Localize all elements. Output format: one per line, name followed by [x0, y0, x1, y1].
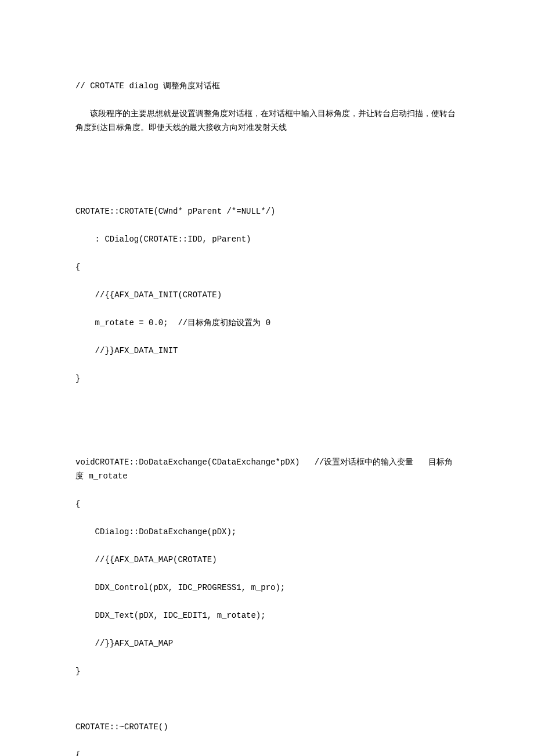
code-line: { — [75, 748, 459, 756]
code-line: DDX_Control(pDX, IDC_PROGRESS1, m_pro); — [75, 581, 459, 595]
code-line: CROTATE::~CROTATE() — [75, 720, 459, 734]
code-line: { — [75, 260, 459, 274]
code-line: //}}AFX_DATA_MAP — [75, 636, 459, 650]
code-line: CDialog::DoDataExchange(pDX); — [75, 525, 459, 539]
code-line: //{{AFX_DATA_MAP(CROTATE) — [75, 553, 459, 567]
code-line — [75, 692, 459, 706]
code-line — [75, 427, 459, 441]
code-line: DDX_Text(pDX, IDC_EDIT1, m_rotate); — [75, 609, 459, 622]
code-line: } — [75, 664, 459, 678]
code-line: 该段程序的主要思想就是设置调整角度对话框，在对话框中输入目标角度，并让转台启动扫… — [75, 107, 459, 135]
code-line: // CROTATE dialog 调整角度对话框 — [75, 79, 459, 93]
code-line — [75, 177, 459, 190]
code-line: : CDialog(CROTATE::IDD, pParent) — [75, 232, 459, 246]
code-line: CROTATE::CROTATE(CWnd* pParent /*=NULL*/… — [75, 204, 459, 218]
code-line: //}}AFX_DATA_INIT — [75, 344, 459, 358]
code-line — [75, 149, 459, 163]
code-line — [75, 399, 459, 413]
code-line: { — [75, 497, 459, 511]
code-document: // CROTATE dialog 调整角度对话框 该段程序的主要思想就是设置调… — [75, 65, 459, 756]
code-line: voidCROTATE::DoDataExchange(CDataExchang… — [75, 455, 459, 483]
code-line: m_rotate = 0.0; //目标角度初始设置为 0 — [75, 316, 459, 330]
code-line: } — [75, 372, 459, 386]
code-line: //{{AFX_DATA_INIT(CROTATE) — [75, 288, 459, 302]
